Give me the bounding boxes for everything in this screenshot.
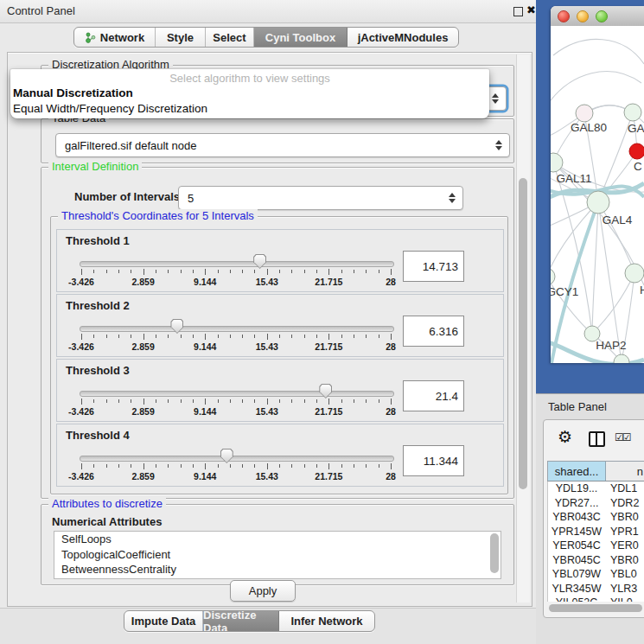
threshold-value-field[interactable]: 21.4 (403, 380, 464, 411)
cell-shared-name[interactable]: YBR045C (548, 554, 605, 566)
minimize-traffic-light-icon[interactable] (577, 10, 589, 22)
float-window-icon[interactable] (513, 7, 523, 16)
panel-scrollbar[interactable] (516, 54, 530, 603)
slider-tick (328, 399, 329, 405)
network-edge[interactable] (551, 202, 598, 277)
network-node[interactable] (551, 268, 555, 285)
threshold-slider-track[interactable] (80, 391, 394, 397)
table-row[interactable]: YBR045CYBR0 (548, 553, 644, 568)
number-of-intervals-combobox[interactable]: 5 (178, 186, 463, 210)
table-row[interactable]: YDR27...YDR2 (548, 496, 644, 511)
cell-shared-name[interactable]: YBL079W (548, 568, 605, 580)
tab-infer-network[interactable]: Infer Network (279, 611, 374, 631)
cell-shared-name[interactable]: YDL19... (548, 482, 605, 494)
network-node[interactable] (629, 143, 644, 159)
table-data-value: galFiltered.sif default node (56, 139, 494, 152)
cell-name[interactable]: YBR0 (605, 554, 644, 566)
cell-name[interactable]: YBR0 (605, 511, 644, 523)
cell-shared-name[interactable]: YLR345W (548, 583, 605, 595)
table-row[interactable]: YIL052CYIL0 (548, 596, 644, 602)
cell-shared-name[interactable]: YDR27... (548, 497, 605, 509)
slider-tick (366, 335, 367, 338)
tab-network[interactable]: Network (74, 28, 156, 47)
tab-discretize-data[interactable]: Discretize Data (203, 611, 279, 631)
cell-name[interactable]: YPR1 (605, 526, 644, 538)
network-node[interactable] (624, 104, 641, 121)
slider-tick (267, 334, 268, 340)
tab-select[interactable]: Select (206, 28, 254, 47)
slider-tick (168, 464, 169, 468)
table-settings-gear-icon[interactable]: ⚙ (558, 427, 572, 446)
table-row[interactable]: YDL19...YDL1 (548, 481, 644, 496)
apply-button[interactable]: Apply (230, 580, 296, 602)
close-icon[interactable]: ✖ (526, 3, 536, 16)
threshold-slider-track[interactable] (80, 326, 394, 332)
threshold-slider-track[interactable] (80, 456, 394, 462)
table-data-combobox[interactable]: galFiltered.sif default node (55, 133, 510, 157)
network-edge[interactable] (551, 72, 641, 104)
threshold-slider-thumb[interactable] (170, 319, 183, 334)
network-edge[interactable] (553, 39, 644, 64)
network-node-label: H (640, 284, 644, 296)
tab-impute-data[interactable]: Impute Data (124, 611, 203, 631)
list-scrollbar[interactable] (490, 533, 499, 573)
cell-name[interactable]: YDL1 (605, 482, 644, 494)
table-row[interactable]: YBR043CYBR0 (548, 510, 644, 525)
slider-tick (379, 335, 379, 338)
slider-tick-label: 21.715 (301, 406, 356, 417)
table-row[interactable]: YLR345WYLR3 (548, 582, 644, 596)
slider-tick (291, 399, 292, 403)
slider-tick (366, 270, 367, 273)
list-item[interactable]: BetweennessCentrality (54, 562, 501, 577)
cell-shared-name[interactable]: YER054C (548, 539, 605, 552)
network-node[interactable] (625, 264, 644, 283)
popup-option-manual-discretization[interactable]: Manual Discretization (13, 86, 133, 99)
popup-option-equal-width-frequency[interactable]: Equal Width/Frequency Discretization (13, 102, 207, 115)
network-edge[interactable] (553, 163, 592, 334)
column-header-shared-name[interactable]: shared... (548, 462, 606, 481)
slider-tick-label: -3.426 (54, 471, 109, 481)
cell-shared-name[interactable]: YPR145W (548, 526, 605, 538)
select-columns-icon[interactable]: ☑☑ (615, 431, 630, 443)
slider-tick (242, 270, 243, 273)
table-row[interactable]: YER054CYER0 (548, 539, 644, 553)
list-item[interactable]: TopologicalCoefficient (54, 547, 501, 563)
cell-name[interactable]: YIL0 (605, 596, 644, 602)
threshold-slider-thumb[interactable] (253, 254, 266, 269)
threshold-value-field[interactable]: 14.713 (403, 251, 464, 282)
slider-tick (156, 335, 156, 338)
slider-tick (354, 270, 354, 273)
network-window-titlebar[interactable] (551, 6, 644, 27)
network-node[interactable] (576, 105, 593, 122)
cell-name[interactable]: YER0 (605, 539, 644, 552)
cell-name[interactable]: YLR3 (605, 583, 644, 595)
network-canvas[interactable]: GAL80GACGAL11GAL4GCY1HHAP2 (551, 26, 644, 363)
cell-name[interactable]: YBL0 (605, 568, 644, 580)
split-columns-icon[interactable] (589, 431, 605, 447)
panel-scrollbar-thumb[interactable] (519, 178, 527, 489)
close-traffic-light-icon[interactable] (558, 10, 570, 22)
tab-jactivemnodules[interactable]: jActiveMNodules (348, 28, 458, 47)
threshold-value-field[interactable]: 11.344 (403, 445, 464, 476)
tab-cyni-toolbox[interactable]: Cyni Toolbox (254, 28, 348, 47)
numerical-attributes-list[interactable]: SelfLoops TopologicalCoefficient Between… (54, 531, 501, 579)
slider-tick (81, 463, 82, 469)
network-edge[interactable] (592, 202, 598, 334)
network-node[interactable] (587, 191, 609, 214)
threshold-value-field[interactable]: 6.316 (403, 316, 464, 347)
cell-shared-name[interactable]: YIL052C (548, 596, 605, 602)
table-row[interactable]: YPR145WYPR1 (548, 525, 644, 539)
cell-name[interactable]: YDR2 (605, 497, 644, 509)
slider-tick (254, 464, 255, 468)
list-item[interactable]: SelfLoops (54, 532, 501, 547)
threshold-slider-thumb[interactable] (220, 449, 233, 463)
table-horizontal-scrollbar[interactable] (549, 604, 642, 612)
cell-shared-name[interactable]: YBR043C (548, 511, 605, 523)
threshold-slider-thumb[interactable] (319, 384, 332, 399)
column-header-name[interactable]: n (606, 462, 644, 481)
threshold-slider-track[interactable] (80, 261, 394, 267)
tab-style[interactable]: Style (156, 28, 206, 47)
slider-tick (230, 335, 231, 338)
zoom-traffic-light-icon[interactable] (596, 10, 608, 22)
table-row[interactable]: YBL079WYBL0 (548, 567, 644, 582)
